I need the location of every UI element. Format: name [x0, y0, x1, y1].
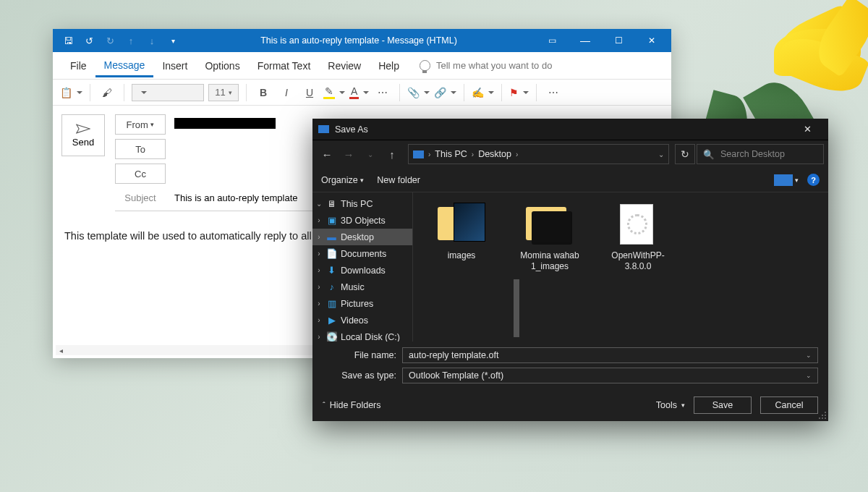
tree-videos[interactable]: ›▶Videos — [312, 312, 412, 328]
follow-up-flag-button[interactable]: ⚑ — [509, 83, 529, 102]
crumb-desktop[interactable]: Desktop — [478, 149, 511, 159]
save-button[interactable]: Save — [694, 396, 752, 414]
highlight-button[interactable]: ✎ — [323, 83, 345, 102]
ribbon-display-options-icon[interactable]: ▭ — [535, 29, 569, 52]
tree-this-pc[interactable]: ⌄🖥This PC — [312, 195, 412, 212]
to-button[interactable]: To — [115, 139, 166, 159]
format-painter-button[interactable]: 🖌 — [98, 83, 116, 102]
address-dropdown-icon[interactable]: ⌄ — [658, 150, 664, 158]
save-type-label: Save as type: — [323, 370, 402, 381]
qat-redo-icon[interactable]: ↻ — [101, 32, 119, 49]
tree-scrollbar-thumb[interactable] — [514, 279, 519, 337]
tree-music[interactable]: ›♪Music — [312, 279, 412, 295]
chevron-down-icon[interactable]: ⌄ — [806, 352, 812, 359]
address-bar[interactable]: › This PC › Desktop › ⌄ — [408, 144, 669, 164]
dialog-title: Save As — [335, 124, 368, 135]
subject-input[interactable]: This is an auto-reply template — [174, 192, 298, 203]
minimize-button[interactable]: — — [569, 29, 602, 52]
close-button[interactable]: ✕ — [635, 29, 668, 52]
tell-me-placeholder: Tell me what you want to do — [436, 60, 552, 71]
tree-documents[interactable]: ›📄Documents — [312, 245, 412, 262]
cancel-button[interactable]: Cancel — [760, 396, 818, 414]
dialog-footer: ˆ Hide Folders Tools▾ Save Cancel — [312, 388, 828, 421]
resize-grip[interactable] — [818, 411, 826, 419]
dialog-close-button[interactable]: ✕ — [792, 119, 822, 140]
item-label: OpenWithPP-3.8.0.0 — [604, 250, 672, 272]
font-size-selector[interactable]: 11▾ — [208, 84, 239, 101]
item-momina[interactable]: Momina wahab 1_images — [516, 203, 584, 272]
help-button[interactable]: ? — [807, 174, 820, 186]
tab-message[interactable]: Message — [95, 54, 154, 77]
send-icon — [76, 124, 90, 134]
nav-up-button[interactable]: ↑ — [382, 144, 402, 164]
new-folder-button[interactable]: New folder — [377, 175, 420, 185]
item-openwithpp[interactable]: OpenWithPP-3.8.0.0 — [604, 203, 672, 272]
tree-pictures[interactable]: ›▥Pictures — [312, 295, 412, 312]
nav-forward-button[interactable]: → — [339, 144, 359, 164]
link-button[interactable]: 🔗 — [434, 83, 456, 102]
nav-bar: ← → ⌄ ↑ › This PC › Desktop › ⌄ ↻ 🔍 Sear… — [312, 140, 828, 168]
paste-button[interactable]: 📋 — [60, 83, 82, 102]
search-box[interactable]: 🔍 Search Desktop — [697, 144, 824, 164]
save-as-dialog: Save As ✕ ← → ⌄ ↑ › This PC › Desktop › … — [312, 119, 828, 421]
pictures-icon: ▥ — [326, 300, 337, 308]
tree-local-disk[interactable]: ›💽Local Disk (C:) — [312, 328, 412, 342]
hide-folders-toggle[interactable]: ˆ Hide Folders — [323, 400, 381, 410]
lightbulb-icon — [420, 60, 430, 71]
folder-contents[interactable]: images Momina wahab 1_images OpenWithPP-… — [413, 192, 828, 342]
nav-recent-button[interactable]: ⌄ — [360, 144, 380, 164]
tree-3d-objects[interactable]: ›▣3D Objects — [312, 212, 412, 229]
tab-file[interactable]: File — [61, 54, 95, 77]
refresh-button[interactable]: ↻ — [675, 144, 695, 164]
disk-icon: 💽 — [326, 333, 337, 342]
nav-back-button[interactable]: ← — [317, 144, 337, 164]
cc-button[interactable]: Cc — [115, 164, 166, 184]
organize-button[interactable]: Organize ▾ — [321, 175, 364, 185]
underline-button[interactable]: U — [300, 83, 319, 102]
tab-options[interactable]: Options — [196, 54, 248, 77]
send-button[interactable]: Send — [61, 114, 105, 156]
file-name-label: File name: — [323, 350, 402, 360]
scroll-left-icon[interactable]: ◂ — [56, 345, 66, 355]
qat-customize-icon[interactable]: ▾ — [163, 32, 182, 49]
qat-next-icon[interactable]: ↓ — [142, 32, 161, 49]
tab-insert[interactable]: Insert — [153, 54, 196, 77]
qat-prev-icon[interactable]: ↑ — [122, 32, 140, 49]
signature-button[interactable]: ✍ — [472, 83, 494, 102]
font-family-selector[interactable] — [132, 84, 204, 101]
crumb-this-pc[interactable]: This PC — [435, 149, 467, 159]
bold-button[interactable]: B — [254, 83, 273, 102]
tell-me-search[interactable]: Tell me what you want to do — [420, 60, 552, 71]
send-label: Send — [72, 137, 94, 148]
search-icon: 🔍 — [703, 149, 715, 160]
nav-tree: ⌄🖥This PC ›▣3D Objects ›▬Desktop ›📄Docum… — [312, 192, 413, 342]
save-type-select[interactable]: Outlook Template (*.oft)⌄ — [402, 368, 818, 383]
tree-desktop[interactable]: ›▬Desktop — [312, 229, 412, 245]
tab-format-text[interactable]: Format Text — [249, 54, 320, 77]
font-color-button[interactable]: A — [349, 83, 369, 102]
ribbon-overflow-button[interactable]: ⋯ — [544, 83, 563, 102]
tab-review[interactable]: Review — [319, 54, 370, 77]
file-name-input[interactable]: auto-reply template.oft⌄ — [402, 347, 818, 363]
from-button[interactable]: From ▾ — [115, 114, 166, 135]
italic-button[interactable]: I — [277, 83, 296, 102]
qat-undo-icon[interactable]: ↺ — [80, 32, 98, 49]
more-formatting-button[interactable]: ⋯ — [373, 83, 392, 102]
item-label: Momina wahab 1_images — [516, 250, 584, 272]
tools-dropdown[interactable]: Tools▾ — [656, 400, 685, 410]
tree-downloads[interactable]: ›⬇Downloads — [312, 262, 412, 279]
downloads-icon: ⬇ — [326, 266, 337, 275]
item-label: images — [448, 250, 476, 261]
window-title: This is an auto-reply template - Message… — [182, 35, 535, 46]
subject-label: Subject — [115, 192, 166, 203]
cube-icon: ▣ — [326, 216, 337, 225]
view-mode-button[interactable]: ▾ — [774, 174, 799, 186]
dialog-toolbar: Organize ▾ New folder ▾ ? — [312, 168, 828, 192]
attach-file-button[interactable]: 📎 — [407, 83, 430, 102]
from-value — [174, 118, 276, 131]
item-images[interactable]: images — [427, 203, 495, 261]
maximize-button[interactable]: ☐ — [602, 29, 635, 52]
qat-save-icon[interactable]: 🖫 — [59, 32, 77, 49]
chevron-down-icon[interactable]: ⌄ — [806, 372, 812, 379]
tab-help[interactable]: Help — [370, 54, 408, 77]
